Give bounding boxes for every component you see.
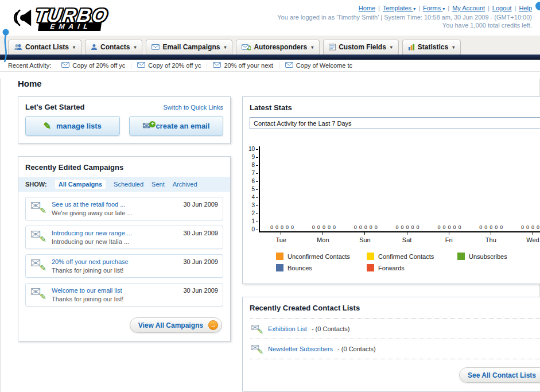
chevron-down-icon: ▾ [390,45,393,50]
top-link-help[interactable]: Help [519,5,532,11]
chart-x-label: Sat [386,232,428,243]
tab-email-campaigns[interactable]: Email Campaigns▾ [146,40,232,55]
stats-period-value: Contact Activity for the Last 7 Days [254,120,352,127]
chart-y-tick: 4 [252,195,259,200]
contact-list-link[interactable]: Newsletter Subscribers [268,346,333,352]
legend-swatch [367,253,374,260]
top-link-my-account[interactable]: My Account [452,5,485,11]
recent-activity-item[interactable]: 20% off your next [207,62,279,69]
view-all-campaigns-button[interactable]: View All Campaigns → [130,317,222,333]
left-column: Let's Get Started Switch to Quick Links … [18,96,231,354]
pencil-icon: ✎ [258,328,263,336]
pencil-icon: ✎ [40,292,46,301]
chart-value-label: 0 [526,224,529,230]
recent-activity-item[interactable]: Copy of Welcome tc [279,62,358,69]
stats-period-select[interactable]: Contact Activity for the Last 7 Days ▼ [250,117,540,129]
see-all-contact-lists-label: See All Contact Lists [468,371,536,379]
campaign-subtitle: Thanks for joining our list! [52,296,178,302]
chart-x-label: Sun [344,232,386,243]
envelope-icon [137,62,145,69]
chevron-down-icon: ▾ [413,6,415,11]
manage-lists-button[interactable]: ✎ manage lists [25,116,120,136]
chart-value-label: 0 [354,224,357,230]
chart-value-label: 0 [521,224,524,230]
chart-category-group: 00000 [261,224,303,231]
arrow-right-icon: → [208,320,218,330]
top-link-forms[interactable]: Forms ▾ [423,5,445,11]
chart-value-label: 0 [312,224,315,230]
campaign-rows: ✉✎See us at the retail food ...We're giv… [18,197,230,306]
balloon-icon [535,2,540,10]
campaign-subtitle: We're giving away our late ... [52,209,178,216]
chart-category-group: 00000 [429,224,471,231]
chart-value-label: 0 [417,224,419,230]
chart-x-label: Mon [302,232,344,243]
tab-contact-lists[interactable]: Contact Lists▾ [8,40,81,55]
campaign-title-link[interactable]: Introducing our new range ... [52,230,178,236]
chart-value-label: 0 [479,224,482,230]
filter-all-campaigns[interactable]: All Campaigns [55,180,106,189]
campaign-date: 30 Jun 2009 [183,258,218,265]
tab-custom-fields[interactable]: Custom Fields▾ [323,40,399,55]
right-column: Latest Stats Contact Activity for the La… [242,96,540,392]
recent-activity-item[interactable]: Copy of 20% off yc [56,62,131,69]
recent-activity-item[interactable]: Copy of 20% off yc [131,62,207,69]
envelope-pencil-icon: ✉✎ [30,287,46,300]
tab-autoresponders[interactable]: Autoresponders▾ [236,40,320,55]
pencil-icon: ✎ [40,263,46,273]
turbo-email-logo[interactable]: TURBO EMAIL [8,2,107,34]
chart-y-tick: 0 [252,227,259,232]
plus-icon: + [149,121,156,127]
content-columns: Let's Get Started Switch to Quick Links … [1,96,539,392]
legend-swatch [276,253,283,260]
top-link-logout[interactable]: Logout [492,5,512,11]
chart-x-label: Thu [470,232,512,243]
main-tabs: Contact Lists▾Contacts▾Email Campaigns▾A… [0,36,540,55]
contact-lists-title: Recently Created Contact Lists [243,297,540,317]
contact-list-item: ✉✎Newsletter Subscribers- (0 Contacts) [250,339,540,359]
campaign-date: 30 Jun 2009 [183,201,218,208]
create-email-button[interactable]: ✉ + create an email [129,116,224,136]
envelope-pencil-icon: ✉✎ [30,230,46,242]
chart-x-label: Fri [428,232,470,243]
top-link-home[interactable]: Home [359,5,375,11]
switch-to-quick-links[interactable]: Switch to Quick Links [163,104,223,111]
lets-get-started-panel: Let's Get Started Switch to Quick Links … [18,96,231,143]
filter-archived[interactable]: Archived [173,181,197,188]
campaigns-panel-title: Recently Edited Campaigns [18,157,230,177]
chart-category-group: 00000 [345,224,387,231]
contact-list-item: ✉✎Exhibition List- (0 Contacts) [250,319,540,339]
see-all-contact-lists-button[interactable]: See All Contact Lists → [459,367,540,383]
chart-category-group: 00000 [303,224,345,231]
chart-y-tick: 7 [252,170,259,176]
chevron-down-icon: ▾ [73,45,75,50]
chart-value-label: 0 [286,224,289,230]
list-pencil-icon: ✉✎ [251,324,263,334]
filter-scheduled[interactable]: Scheduled [114,181,143,188]
chart-category-group: 00000 [470,224,512,231]
separator: | [378,5,380,11]
campaign-filter-bar: SHOW: All CampaignsScheduledSentArchived [18,177,230,192]
tab-contacts[interactable]: Contacts▾ [85,40,142,55]
campaign-subtitle: Introducing our new Italia ... [52,238,178,245]
chart-plot: 00000000000000000000000000000000000 [259,146,540,232]
pencil-icon: ✎ [40,235,46,244]
filter-sent[interactable]: Sent [151,181,165,188]
lets-get-started-header: Let's Get Started Switch to Quick Links [18,97,230,116]
campaign-text: 20% off your next purchaseThanks for joi… [52,258,178,274]
campaign-title-link[interactable]: See us at the retail food ... [52,201,178,208]
custom-fields-icon [329,44,336,51]
campaign-title-link[interactable]: 20% off your next purchase [52,258,178,265]
campaign-title-link[interactable]: Welcome to our email list [52,287,178,294]
chart-value-label: 0 [291,224,294,230]
chart-area: 109876543210 000000000000000000000000000… [248,146,540,243]
top-link-templates[interactable]: Templates ▾ [383,5,415,11]
chevron-down-icon: ▾ [442,6,445,11]
logo-text: TURBO EMAIL [33,7,109,31]
tab-statistics[interactable]: Statistics▾ [402,40,461,55]
chart-value-label: 0 [537,224,539,230]
campaign-date: 30 Jun 2009 [183,287,218,294]
contact-list-link[interactable]: Exhibition List [268,325,307,332]
legend-item-bounces: Bounces [276,264,367,271]
list-pencil-icon: ✉✎ [251,344,263,354]
